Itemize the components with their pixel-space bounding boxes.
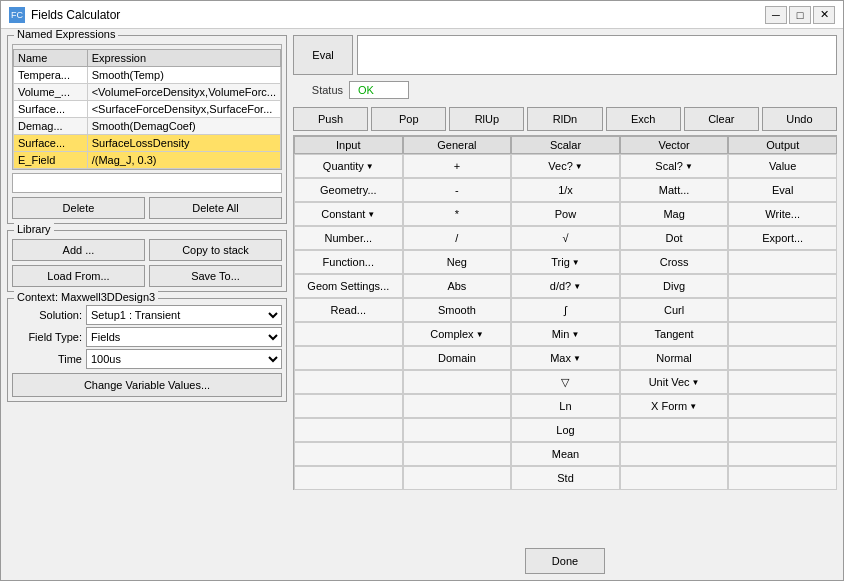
maximize-button[interactable]: □ (789, 6, 811, 24)
expr-value-cell: SurfaceLossDensity (87, 135, 280, 152)
context-label: Context: Maxwell3DDesign3 (14, 291, 158, 303)
xform-button[interactable]: X Form ▼ (620, 394, 729, 418)
expr-value-cell: <VolumeForceDensityx,VolumeForc... (87, 84, 280, 101)
read-button[interactable]: Read... (294, 298, 403, 322)
constant-dropdown-icon: ▼ (367, 210, 375, 219)
empty2 (728, 274, 837, 298)
library-label: Library (14, 223, 54, 235)
change-variable-values-button[interactable]: Change Variable Values... (12, 373, 282, 397)
load-from-button[interactable]: Load From... (12, 265, 145, 287)
push-button[interactable]: Push (293, 107, 368, 131)
vec-button[interactable]: Vec? ▼ (511, 154, 620, 178)
mean-button[interactable]: Mean (511, 442, 620, 466)
delete-button[interactable]: Delete (12, 197, 145, 219)
solution-label: Solution: (12, 309, 82, 321)
table-row[interactable]: Tempera...Smooth(Temp) (14, 67, 281, 84)
time-label: Time (12, 353, 82, 365)
named-expressions-label: Named Expressions (14, 29, 118, 40)
tangent-button[interactable]: Tangent (620, 322, 729, 346)
domain-button[interactable]: Domain (403, 346, 512, 370)
log-button[interactable]: Log (511, 418, 620, 442)
cross-button[interactable]: Cross (620, 250, 729, 274)
write-button[interactable]: Write... (728, 202, 837, 226)
pow-button[interactable]: Pow (511, 202, 620, 226)
close-button[interactable]: ✕ (813, 6, 835, 24)
col-vector: Vector (620, 136, 729, 154)
plus-button[interactable]: + (403, 154, 512, 178)
named-expressions-group: Named Expressions Name Expression Temper… (7, 35, 287, 224)
rldn-button[interactable]: RlDn (527, 107, 602, 131)
eval-output-button[interactable]: Eval (728, 178, 837, 202)
delete-all-button[interactable]: Delete All (149, 197, 282, 219)
table-row[interactable]: Surface...<SurfaceForceDensityx,SurfaceF… (14, 101, 281, 118)
geometry-button[interactable]: Geometry... (294, 178, 403, 202)
eval-button-top[interactable]: Eval (293, 35, 353, 75)
exch-button[interactable]: Exch (606, 107, 681, 131)
dot-button[interactable]: Dot (620, 226, 729, 250)
copy-to-stack-button[interactable]: Copy to stack (149, 239, 282, 261)
trig-button[interactable]: Trig ▼ (511, 250, 620, 274)
empty11 (294, 394, 403, 418)
time-select[interactable]: 100us (86, 349, 282, 369)
solution-select[interactable]: Setup1 : Transient (86, 305, 282, 325)
divg-button[interactable]: Divg (620, 274, 729, 298)
table-row[interactable]: E_Field/(Mag_J, 0.3) (14, 152, 281, 169)
function-button[interactable]: Function... (294, 250, 403, 274)
main-content: Named Expressions Name Expression Temper… (1, 29, 843, 580)
pop-button[interactable]: Pop (371, 107, 446, 131)
multiply-button[interactable]: * (403, 202, 512, 226)
complex-button[interactable]: Complex ▼ (403, 322, 512, 346)
unitvec-button[interactable]: Unit Vec ▼ (620, 370, 729, 394)
mag-button[interactable]: Mag (620, 202, 729, 226)
empty3 (728, 298, 837, 322)
field-type-select[interactable]: Fields (86, 327, 282, 347)
table-row[interactable]: Volume_...<VolumeForceDensityx,VolumeFor… (14, 84, 281, 101)
constant-button[interactable]: Constant ▼ (294, 202, 403, 226)
expr-name-cell: Surface... (14, 135, 88, 152)
expression-input[interactable] (12, 173, 282, 193)
divide-button[interactable]: / (403, 226, 512, 250)
done-row: Done (293, 548, 837, 574)
done-button[interactable]: Done (525, 548, 605, 574)
export-button[interactable]: Export... (728, 226, 837, 250)
ln-button[interactable]: Ln (511, 394, 620, 418)
xform-dropdown-icon: ▼ (689, 402, 697, 411)
expr-value-cell: /(Mag_J, 0.3) (87, 152, 280, 169)
undo-button[interactable]: Undo (762, 107, 837, 131)
scal-button[interactable]: Scal? ▼ (620, 154, 729, 178)
min-button[interactable]: Min ▼ (511, 322, 620, 346)
normal-button[interactable]: Normal (620, 346, 729, 370)
nabla-button[interactable]: ▽ (511, 370, 620, 394)
empty8 (294, 370, 403, 394)
neg-button[interactable]: Neg (403, 250, 512, 274)
rlup-button[interactable]: RlUp (449, 107, 524, 131)
sqrt-button[interactable]: √ (511, 226, 620, 250)
integral-button[interactable]: ∫ (511, 298, 620, 322)
smooth-button[interactable]: Smooth (403, 298, 512, 322)
quantity-button[interactable]: Quantity ▼ (294, 154, 403, 178)
std-button[interactable]: Std (511, 466, 620, 490)
max-button[interactable]: Max ▼ (511, 346, 620, 370)
empty5 (728, 322, 837, 346)
add-button[interactable]: Add ... (12, 239, 145, 261)
table-row[interactable]: Demag...Smooth(DemagCoef) (14, 118, 281, 135)
clear-button[interactable]: Clear (684, 107, 759, 131)
named-expressions-table-scroll[interactable]: Name Expression Tempera...Smooth(Temp)Vo… (12, 44, 282, 170)
empty10 (728, 370, 837, 394)
unitvec-dropdown-icon: ▼ (692, 378, 700, 387)
save-to-button[interactable]: Save To... (149, 265, 282, 287)
number-button[interactable]: Number... (294, 226, 403, 250)
minus-button[interactable]: - (403, 178, 512, 202)
ddq-button[interactable]: d/d? ▼ (511, 274, 620, 298)
matt-button[interactable]: Matt... (620, 178, 729, 202)
minimize-button[interactable]: ─ (765, 6, 787, 24)
onex-button[interactable]: 1/x (511, 178, 620, 202)
empty22 (294, 466, 403, 490)
trig-dropdown-icon: ▼ (572, 258, 580, 267)
left-panel: Named Expressions Name Expression Temper… (7, 35, 287, 574)
curl-button[interactable]: Curl (620, 298, 729, 322)
value-button[interactable]: Value (728, 154, 837, 178)
abs-button[interactable]: Abs (403, 274, 512, 298)
table-row[interactable]: Surface...SurfaceLossDensity (14, 135, 281, 152)
geom-settings-button[interactable]: Geom Settings... (294, 274, 403, 298)
